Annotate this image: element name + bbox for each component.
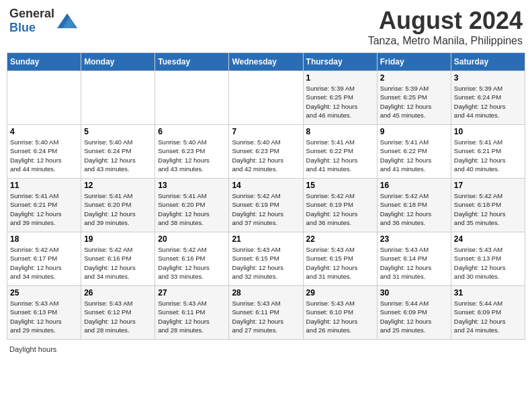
day-info: Sunrise: 5:43 AM Sunset: 6:12 PM Dayligh… <box>84 299 152 334</box>
day-number: 19 <box>84 234 152 244</box>
calendar-cell <box>81 71 155 125</box>
week-row-1: 1Sunrise: 5:39 AM Sunset: 6:25 PM Daylig… <box>7 71 525 125</box>
week-row-2: 4Sunrise: 5:40 AM Sunset: 6:24 PM Daylig… <box>7 125 525 179</box>
calendar-cell: 24Sunrise: 5:43 AM Sunset: 6:13 PM Dayli… <box>451 232 525 286</box>
day-info: Sunrise: 5:41 AM Sunset: 6:20 PM Dayligh… <box>158 191 226 227</box>
day-number: 5 <box>84 127 152 136</box>
calendar-cell: 18Sunrise: 5:42 AM Sunset: 6:17 PM Dayli… <box>7 232 81 286</box>
calendar-cell: 1Sunrise: 5:39 AM Sunset: 6:25 PM Daylig… <box>303 71 377 125</box>
day-info: Sunrise: 5:41 AM Sunset: 6:21 PM Dayligh… <box>454 138 522 173</box>
day-info: Sunrise: 5:43 AM Sunset: 6:10 PM Dayligh… <box>306 299 374 334</box>
week-row-4: 18Sunrise: 5:42 AM Sunset: 6:17 PM Dayli… <box>7 232 525 286</box>
day-number: 17 <box>454 181 522 190</box>
day-number: 28 <box>232 288 300 298</box>
header-day-tuesday: Tuesday <box>155 53 229 71</box>
day-number: 18 <box>10 234 78 244</box>
day-number: 7 <box>232 127 300 136</box>
day-info: Sunrise: 5:39 AM Sunset: 6:24 PM Dayligh… <box>454 84 522 120</box>
general-label: General <box>9 7 54 20</box>
calendar-cell: 31Sunrise: 5:44 AM Sunset: 6:09 PM Dayli… <box>451 286 525 340</box>
calendar-cell <box>229 71 303 125</box>
day-info: Sunrise: 5:41 AM Sunset: 6:22 PM Dayligh… <box>380 138 448 173</box>
calendar-cell: 21Sunrise: 5:43 AM Sunset: 6:15 PM Dayli… <box>229 232 303 286</box>
calendar-table: SundayMondayTuesdayWednesdayThursdayFrid… <box>7 52 525 340</box>
day-info: Sunrise: 5:40 AM Sunset: 6:23 PM Dayligh… <box>232 138 300 173</box>
header-day-wednesday: Wednesday <box>229 53 303 71</box>
calendar-cell: 3Sunrise: 5:39 AM Sunset: 6:24 PM Daylig… <box>451 71 525 125</box>
day-number: 8 <box>306 127 374 136</box>
day-info: Sunrise: 5:43 AM Sunset: 6:14 PM Dayligh… <box>380 245 448 281</box>
day-info: Sunrise: 5:43 AM Sunset: 6:13 PM Dayligh… <box>454 245 522 281</box>
header-day-monday: Monday <box>81 53 155 71</box>
day-number: 2 <box>380 73 448 83</box>
calendar-cell <box>155 71 229 125</box>
calendar-cell: 8Sunrise: 5:41 AM Sunset: 6:22 PM Daylig… <box>303 125 377 179</box>
header-day-thursday: Thursday <box>303 53 377 71</box>
footer: Daylight hours <box>7 345 525 353</box>
day-info: Sunrise: 5:41 AM Sunset: 6:22 PM Dayligh… <box>306 138 374 173</box>
calendar-cell: 17Sunrise: 5:42 AM Sunset: 6:18 PM Dayli… <box>451 179 525 232</box>
calendar-cell: 30Sunrise: 5:44 AM Sunset: 6:09 PM Dayli… <box>377 286 451 340</box>
day-info: Sunrise: 5:41 AM Sunset: 6:20 PM Dayligh… <box>84 191 152 227</box>
day-number: 23 <box>380 234 448 244</box>
day-number: 11 <box>10 181 78 190</box>
calendar-cell: 27Sunrise: 5:43 AM Sunset: 6:11 PM Dayli… <box>155 286 229 340</box>
calendar-cell: 29Sunrise: 5:43 AM Sunset: 6:10 PM Dayli… <box>303 286 377 340</box>
day-info: Sunrise: 5:44 AM Sunset: 6:09 PM Dayligh… <box>380 299 448 334</box>
day-info: Sunrise: 5:43 AM Sunset: 6:11 PM Dayligh… <box>232 299 300 334</box>
calendar-cell: 28Sunrise: 5:43 AM Sunset: 6:11 PM Dayli… <box>229 286 303 340</box>
header-day-saturday: Saturday <box>451 53 525 71</box>
calendar-cell: 5Sunrise: 5:40 AM Sunset: 6:24 PM Daylig… <box>81 125 155 179</box>
day-info: Sunrise: 5:39 AM Sunset: 6:25 PM Dayligh… <box>380 84 448 120</box>
calendar-cell: 15Sunrise: 5:42 AM Sunset: 6:19 PM Dayli… <box>303 179 377 232</box>
day-number: 12 <box>84 181 152 190</box>
calendar-cell <box>7 71 81 125</box>
blue-label: Blue <box>9 21 36 34</box>
day-number: 1 <box>306 73 374 83</box>
calendar-cell: 20Sunrise: 5:42 AM Sunset: 6:16 PM Dayli… <box>155 232 229 286</box>
day-info: Sunrise: 5:41 AM Sunset: 6:21 PM Dayligh… <box>10 191 78 227</box>
daylight-label: Daylight hours <box>9 345 56 353</box>
calendar-cell: 19Sunrise: 5:42 AM Sunset: 6:16 PM Dayli… <box>81 232 155 286</box>
calendar-cell: 25Sunrise: 5:43 AM Sunset: 6:13 PM Dayli… <box>7 286 81 340</box>
calendar-cell: 26Sunrise: 5:43 AM Sunset: 6:12 PM Dayli… <box>81 286 155 340</box>
day-number: 13 <box>158 181 226 190</box>
day-number: 6 <box>158 127 226 136</box>
page-header: General Blue August 2024 Tanza, Metro Ma… <box>7 7 525 47</box>
day-info: Sunrise: 5:44 AM Sunset: 6:09 PM Dayligh… <box>454 299 522 334</box>
day-info: Sunrise: 5:42 AM Sunset: 6:18 PM Dayligh… <box>380 191 448 227</box>
day-info: Sunrise: 5:40 AM Sunset: 6:24 PM Dayligh… <box>10 138 78 173</box>
day-number: 26 <box>84 288 152 298</box>
day-number: 21 <box>232 234 300 244</box>
calendar-cell: 12Sunrise: 5:41 AM Sunset: 6:20 PM Dayli… <box>81 179 155 232</box>
calendar-cell: 16Sunrise: 5:42 AM Sunset: 6:18 PM Dayli… <box>377 179 451 232</box>
day-info: Sunrise: 5:42 AM Sunset: 6:18 PM Dayligh… <box>454 191 522 227</box>
header-row: SundayMondayTuesdayWednesdayThursdayFrid… <box>7 53 525 71</box>
day-info: Sunrise: 5:43 AM Sunset: 6:13 PM Dayligh… <box>10 299 78 334</box>
calendar-cell: 7Sunrise: 5:40 AM Sunset: 6:23 PM Daylig… <box>229 125 303 179</box>
logo-text-general: General Blue <box>9 7 54 35</box>
month-year: August 2024 <box>368 7 523 35</box>
calendar-cell: 14Sunrise: 5:42 AM Sunset: 6:19 PM Dayli… <box>229 179 303 232</box>
title-block: August 2024 Tanza, Metro Manila, Philipp… <box>368 7 523 47</box>
calendar-cell: 2Sunrise: 5:39 AM Sunset: 6:25 PM Daylig… <box>377 71 451 125</box>
logo-icon <box>57 13 77 28</box>
logo: General Blue <box>9 7 77 35</box>
calendar-cell: 22Sunrise: 5:43 AM Sunset: 6:15 PM Dayli… <box>303 232 377 286</box>
day-number: 3 <box>454 73 522 83</box>
day-info: Sunrise: 5:39 AM Sunset: 6:25 PM Dayligh… <box>306 84 374 120</box>
day-info: Sunrise: 5:40 AM Sunset: 6:23 PM Dayligh… <box>158 138 226 173</box>
day-number: 20 <box>158 234 226 244</box>
day-number: 27 <box>158 288 226 298</box>
day-info: Sunrise: 5:43 AM Sunset: 6:15 PM Dayligh… <box>306 245 374 281</box>
calendar-cell: 6Sunrise: 5:40 AM Sunset: 6:23 PM Daylig… <box>155 125 229 179</box>
header-day-sunday: Sunday <box>7 53 81 71</box>
day-number: 30 <box>380 288 448 298</box>
day-number: 31 <box>454 288 522 298</box>
calendar-cell: 10Sunrise: 5:41 AM Sunset: 6:21 PM Dayli… <box>451 125 525 179</box>
calendar-cell: 4Sunrise: 5:40 AM Sunset: 6:24 PM Daylig… <box>7 125 81 179</box>
day-info: Sunrise: 5:43 AM Sunset: 6:11 PM Dayligh… <box>158 299 226 334</box>
day-info: Sunrise: 5:42 AM Sunset: 6:17 PM Dayligh… <box>10 245 78 281</box>
week-row-3: 11Sunrise: 5:41 AM Sunset: 6:21 PM Dayli… <box>7 179 525 232</box>
calendar-cell: 13Sunrise: 5:41 AM Sunset: 6:20 PM Dayli… <box>155 179 229 232</box>
